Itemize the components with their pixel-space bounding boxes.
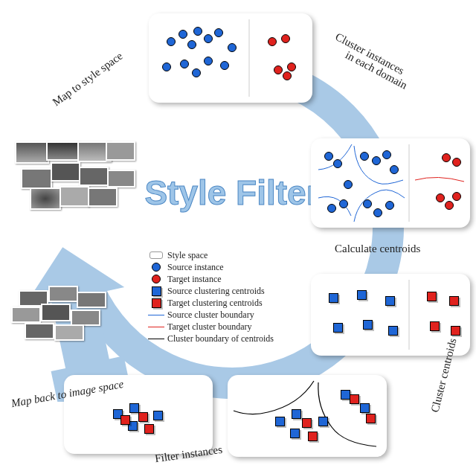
legend-target-instance: Target instance — [167, 274, 222, 285]
panel-clustered — [311, 138, 470, 228]
panel-cluster-centroids — [228, 375, 387, 457]
output-image-collage — [11, 290, 115, 350]
legend-target-boundary: Target cluster boundary — [167, 321, 252, 333]
legend-target-centroid: Target clustering centroids — [167, 298, 263, 309]
legend-source-boundary: Source cluster boundary — [167, 310, 254, 321]
label-map-to-style: Map to style space — [51, 50, 126, 109]
panel-style-space — [149, 13, 312, 103]
input-image-collage — [15, 141, 134, 216]
legend-source-centroid: Source clustering centroids — [167, 286, 265, 297]
legend-source-instance: Source instance — [167, 262, 224, 273]
legend-centroid-boundary: Cluster boundary of centroids — [167, 333, 274, 344]
legend: Style space Source instance Target insta… — [145, 249, 274, 344]
legend-style-space: Style space — [167, 250, 208, 261]
label-calc-centroids: Calculate centroids — [335, 243, 420, 255]
diagram-title: Style Filter — [120, 173, 344, 213]
